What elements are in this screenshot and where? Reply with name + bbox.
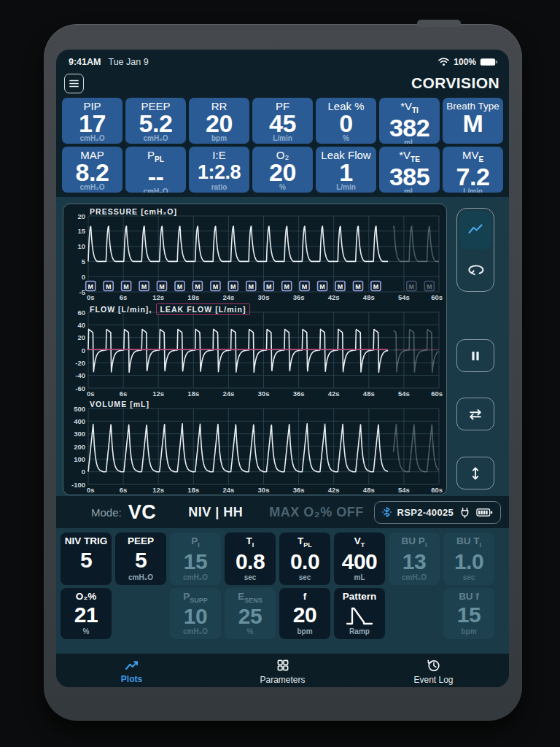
loop-icon (464, 262, 486, 278)
plot-canvas: 20151050-50s6s12s18s24s30s36s42s48s54s60… (63, 205, 446, 301)
setting-tile-bu-f[interactable]: BU f15bpm (443, 588, 494, 639)
waveform-section: PRESSURE [cmH₂O]20151050-50s6s12s18s24s3… (56, 197, 509, 496)
setting-tile-f[interactable]: f20bpm (279, 588, 330, 639)
svg-text:54s: 54s (398, 390, 410, 398)
setting-value: 0.0 (290, 551, 319, 572)
logo: CORVISION (411, 74, 499, 92)
setting-tile-tpl[interactable]: TPL0.0sec (279, 533, 330, 585)
setting-unit: % (247, 627, 254, 635)
svg-text:M: M (284, 283, 289, 290)
svg-text:500: 500 (74, 405, 85, 413)
setting-tile-niv-trig[interactable]: NIV TRIG5 (61, 533, 112, 585)
setting-unit: Ramp (349, 627, 370, 635)
setting-tile-bu-ti[interactable]: BU TI1.0sec (443, 533, 494, 585)
setting-tile-bu-pi[interactable]: BU PI13cmH₂O (389, 533, 440, 585)
svg-text:36s: 36s (293, 486, 305, 494)
monitor-tile-pip: PIP17cmH₂O (62, 98, 122, 144)
monitor-tile-rr: RR20bpm (189, 98, 249, 144)
setting-label: f (303, 591, 307, 602)
swap-horizontal-button[interactable] (456, 398, 494, 430)
settings-grid: NIV TRIG5PEEP5cmH₂OPI15cmH₂OTI0.8secTPL0… (61, 533, 494, 639)
setting-tile-ti[interactable]: TI0.8sec (225, 533, 276, 585)
setting-tile-o-[interactable]: O₂%21% (61, 588, 112, 639)
setting-unit: sec (299, 573, 311, 581)
svg-text:12s: 12s (152, 390, 164, 398)
pause-icon (467, 347, 484, 365)
setting-value: 0.8 (236, 551, 265, 572)
tile-value: 1 (339, 161, 352, 183)
tablet-frame: 9:41AM Tue Jan 9 100% CORVISION PIP17cmH… (44, 24, 522, 721)
setting-tile-pattern[interactable]: PatternRamp (334, 588, 385, 639)
tile-unit: cmH₂O (144, 187, 168, 193)
setting-value: 10 (184, 606, 207, 627)
svg-text:60s: 60s (431, 390, 443, 398)
tab-parameters[interactable]: Parameters (207, 654, 358, 687)
plots-icon (124, 659, 139, 672)
svg-text:36s: 36s (293, 390, 305, 398)
loop-view-button[interactable] (459, 251, 491, 290)
setting-value: 1.0 (454, 551, 483, 572)
monitor-tile-pf: PF45L/min (252, 98, 313, 144)
svg-text:0s: 0s (87, 486, 95, 494)
setting-tile-vt[interactable]: VT400mL (334, 533, 385, 585)
setting-unit: cmH₂O (402, 573, 427, 581)
setting-label: O₂% (76, 591, 97, 602)
svg-text:M: M (106, 283, 112, 290)
svg-text:60s: 60s (431, 293, 443, 301)
waveform-icon (466, 221, 485, 239)
svg-text:M: M (338, 283, 343, 290)
waveform-panel: PRESSURE [cmH₂O]20151050-50s6s12s18s24s3… (63, 204, 447, 495)
svg-text:48s: 48s (363, 293, 375, 301)
svg-text:54s: 54s (398, 293, 410, 301)
setting-value: 15 (184, 551, 207, 572)
svg-text:42s: 42s (328, 390, 340, 398)
waveform-view-button[interactable] (459, 211, 491, 249)
plot-canvas: 6040200-20-40-600s6s12s18s24s30s36s42s48… (63, 301, 446, 398)
setting-tile-pi[interactable]: PI15cmH₂O (170, 533, 221, 585)
tile-unit: ratio (211, 183, 228, 191)
monitor-tile-ppl: PPL--cmH₂O (125, 147, 186, 193)
plot-volume: VOLUME [mL]5004003002001000-1000s6s12s18… (63, 398, 446, 494)
monitor-tile--vte: *VTE385mL (379, 147, 440, 193)
svg-text:M: M (123, 283, 129, 290)
device-chip[interactable]: RSP2-40025 (374, 501, 501, 524)
tile-unit: mL (404, 187, 415, 193)
tab-event-log[interactable]: Event Log (358, 654, 509, 687)
tile-label: I:E (212, 149, 225, 161)
svg-text:M: M (213, 283, 219, 290)
tile-value: M (463, 112, 483, 134)
svg-text:42s: 42s (328, 293, 340, 301)
setting-unit: cmH₂O (183, 573, 208, 581)
monitor-tile-map: MAP8.2cmH₂O (62, 147, 122, 193)
menu-button[interactable] (64, 74, 84, 93)
status-time: 9:41AM (69, 57, 101, 67)
plot-title: PRESSURE [cmH₂O] (90, 207, 177, 216)
setting-value: 15 (457, 605, 481, 625)
setting-tile-psupp[interactable]: PSUPP10cmH₂O (170, 588, 221, 639)
setting-tile-esens[interactable]: ESENS25% (225, 588, 276, 639)
svg-text:12s: 12s (152, 293, 164, 301)
setting-tile-peep[interactable]: PEEP5cmH₂O (115, 533, 166, 585)
svg-text:0: 0 (82, 273, 85, 281)
setting-unit: bpm (297, 627, 312, 635)
setting-unit: mL (354, 573, 365, 581)
tile-unit: cmH₂O (144, 134, 168, 142)
tile-unit: bpm (211, 134, 227, 142)
tab-bar: PlotsParametersEvent Log (56, 654, 509, 687)
pause-plots-button[interactable] (456, 339, 494, 372)
app-header: CORVISION (56, 69, 509, 95)
setting-unit: % (83, 627, 90, 635)
settings-section: NIV TRIG5PEEP5cmH₂OPI15cmH₂OTI0.8secTPL0… (56, 528, 509, 654)
plot-title: FLOW [L/min],LEAK FLOW [L/min] (90, 303, 250, 315)
hamburger-menu-icon (69, 79, 79, 88)
svg-text:M: M (302, 283, 308, 290)
vertical-scale-button[interactable] (456, 457, 494, 489)
setting-label: TI (246, 535, 254, 551)
tile-value: 382 (389, 117, 429, 139)
leak-flow-legend: LEAK FLOW [L/min] (156, 303, 249, 315)
svg-text:M: M (230, 283, 236, 290)
svg-text:18s: 18s (187, 390, 199, 398)
setting-label: BU PI (402, 535, 427, 551)
tab-plots[interactable]: Plots (56, 654, 207, 687)
svg-text:400: 400 (74, 417, 85, 425)
